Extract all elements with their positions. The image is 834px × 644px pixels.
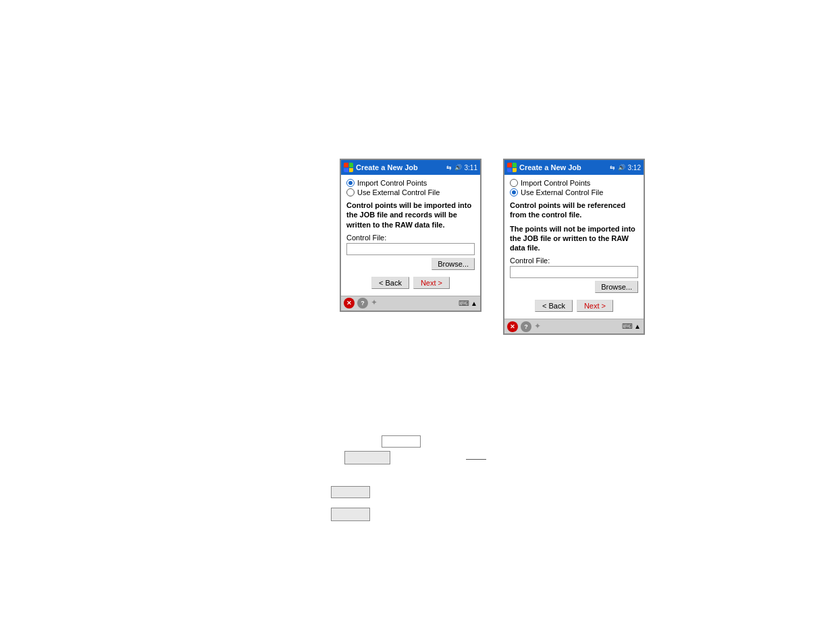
- window-title-1: Create a New Job: [356, 163, 418, 171]
- star-icon-1: ✦: [371, 298, 382, 308]
- titlebar-1: Create a New Job ⇆ 🔊 3:11: [341, 160, 480, 175]
- description-2b: The points will not be imported into the…: [510, 224, 638, 253]
- browse-button-1[interactable]: Browse...: [432, 258, 475, 270]
- browse-button-2[interactable]: Browse...: [595, 281, 638, 293]
- window-title-2: Create a New Job: [519, 163, 581, 171]
- radio-external-1[interactable]: [346, 188, 355, 196]
- taskbar-2: ✕ ? ✦ ⌨ ▲: [504, 319, 644, 333]
- radio-row-import-1[interactable]: Import Control Points: [346, 179, 475, 187]
- close-button-2[interactable]: ✕: [507, 321, 518, 332]
- window-1: Create a New Job ⇆ 🔊 3:11 Import Control…: [340, 159, 481, 312]
- control-file-input-2[interactable]: [510, 266, 638, 278]
- taskbar-1: ✕ ? ✦ ⌨ ▲: [341, 296, 480, 311]
- keyboard-icon-2[interactable]: ⌨: [622, 322, 633, 331]
- next-button-1[interactable]: Next >: [413, 277, 450, 289]
- window-2: Create a New Job ⇆ 🔊 3:12 Import Control…: [503, 159, 645, 335]
- radio-row-import-2[interactable]: Import Control Points: [510, 179, 638, 187]
- page: Create a New Job ⇆ 🔊 3:11 Import Control…: [0, 0, 834, 644]
- radio-group-1: Import Control Points Use External Contr…: [346, 179, 475, 196]
- volume-icon-1: 🔊: [454, 164, 462, 171]
- radio-import-1[interactable]: [346, 179, 355, 187]
- radio-row-external-1[interactable]: Use External Control File: [346, 188, 475, 196]
- next-button-2[interactable]: Next >: [577, 300, 613, 312]
- back-button-1[interactable]: < Back: [371, 277, 409, 289]
- description-2a: Control points will be referenced from t…: [510, 200, 638, 220]
- xp-logo-icon-2: [507, 163, 517, 172]
- float-box-2: [344, 451, 390, 464]
- radio-label-import-2: Import Control Points: [521, 179, 590, 187]
- control-file-input-1[interactable]: [346, 243, 475, 255]
- scroll-indicator-2: ▲: [634, 323, 641, 330]
- radio-row-external-2[interactable]: Use External Control File: [510, 188, 638, 196]
- radio-label-import-1: Import Control Points: [357, 179, 427, 187]
- radio-label-external-2: Use External Control File: [521, 188, 603, 196]
- keyboard-icon-1[interactable]: ⌨: [459, 299, 469, 308]
- time-display-2: 3:12: [628, 164, 641, 171]
- close-button-1[interactable]: ✕: [344, 298, 355, 308]
- float-line: [466, 459, 486, 460]
- control-file-label-1: Control File:: [346, 234, 475, 242]
- window-content-2: Import Control Points Use External Contr…: [504, 175, 644, 319]
- scroll-indicator-1: ▲: [471, 300, 477, 307]
- browse-row-2: Browse...: [510, 281, 638, 293]
- browse-row-1: Browse...: [346, 258, 475, 270]
- description-1: Control points will be imported into the…: [346, 200, 475, 230]
- xp-logo-icon-1: [344, 163, 353, 172]
- nav-row-1: < Back Next >: [346, 274, 475, 292]
- radio-import-2[interactable]: [510, 179, 518, 187]
- radio-label-external-1: Use External Control File: [357, 188, 440, 196]
- float-box-3: [331, 486, 370, 498]
- window-content-1: Import Control Points Use External Contr…: [341, 175, 480, 296]
- volume-icon-2: 🔊: [618, 164, 625, 171]
- radio-group-2: Import Control Points Use External Contr…: [510, 179, 638, 196]
- float-box-1: [382, 435, 421, 448]
- titlebar-2: Create a New Job ⇆ 🔊 3:12: [504, 160, 644, 175]
- help-button-1[interactable]: ?: [357, 298, 368, 308]
- time-display-1: 3:11: [465, 164, 477, 171]
- signal-icon-2: ⇆: [610, 164, 615, 171]
- radio-external-2[interactable]: [510, 188, 518, 196]
- control-file-label-2: Control File:: [510, 257, 638, 265]
- help-button-2[interactable]: ?: [521, 321, 531, 332]
- float-box-4: [331, 508, 370, 521]
- star-icon-2: ✦: [534, 321, 545, 332]
- nav-row-2: < Back Next >: [510, 297, 638, 315]
- signal-icon-1: ⇆: [446, 164, 452, 171]
- back-button-2[interactable]: < Back: [535, 300, 573, 312]
